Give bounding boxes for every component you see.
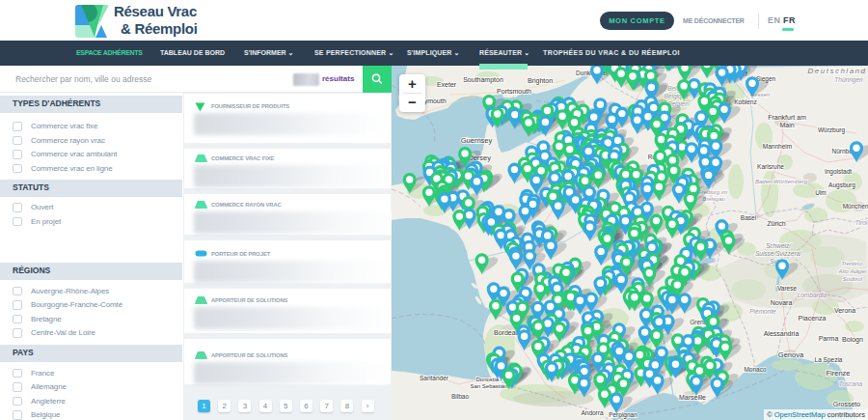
- svg-text:Andorra: Andorra: [581, 409, 604, 416]
- svg-text:Tirol: Tirol: [855, 219, 868, 226]
- svg-text:Würzburg: Würzburg: [818, 126, 846, 134]
- svg-text:Frankfurt am: Frankfurt am: [768, 114, 806, 121]
- svg-text:Ulm: Ulm: [815, 189, 827, 196]
- svg-text:Marseille: Marseille: [679, 394, 706, 401]
- svg-text:Alto Adige/: Alto Adige/: [838, 268, 868, 274]
- svg-text:Karlsruhe: Karlsruhe: [757, 163, 784, 170]
- svg-text:Santander: Santander: [420, 375, 449, 381]
- svg-text:Südtirol: Südtirol: [843, 276, 863, 282]
- svg-text:Bologn: Bologn: [842, 336, 863, 344]
- svg-text:Lombardia: Lombardia: [798, 292, 827, 298]
- svg-text:Guernsey: Guernsey: [461, 136, 493, 145]
- svg-text:Baden-Württemberg: Baden-Württemberg: [755, 179, 808, 184]
- svg-text:Suisse/Svizzera/: Suisse/Svizzera/: [755, 250, 802, 257]
- svg-text:Zürich: Zürich: [767, 220, 786, 227]
- svg-text:Piemonte: Piemonte: [749, 308, 776, 315]
- svg-text:Perpignan: Perpignan: [609, 411, 637, 419]
- svg-text:Ingolstadt: Ingolstadt: [825, 168, 852, 176]
- svg-text:Varese: Varese: [777, 285, 797, 292]
- svg-text:Main: Main: [779, 122, 794, 128]
- svg-text:Portsmouth: Portsmouth: [497, 88, 531, 95]
- svg-text:Monaco: Monaco: [744, 366, 767, 373]
- svg-text:Brighton: Brighton: [528, 77, 553, 85]
- svg-text:Exeter: Exeter: [437, 81, 457, 88]
- svg-text:Novara: Novara: [771, 299, 793, 306]
- svg-text:San Sebastián: San Sebastián: [470, 383, 507, 389]
- svg-text:La Spezia: La Spezia: [815, 356, 843, 364]
- svg-text:Grosseto: Grosseto: [833, 401, 861, 407]
- svg-text:Toscana: Toscana: [839, 380, 863, 387]
- svg-text:Basel: Basel: [741, 214, 757, 221]
- svg-text:Augsburg: Augsburg: [828, 182, 855, 189]
- svg-text:Bilbao: Bilbao: [451, 393, 469, 400]
- svg-text:München: München: [843, 203, 868, 210]
- svg-text:Koblenz: Koblenz: [734, 98, 757, 105]
- svg-text:Mannheim: Mannheim: [763, 143, 792, 150]
- svg-text:Firenze: Firenze: [826, 369, 850, 378]
- svg-text:Alessandria: Alessandria: [764, 330, 800, 337]
- svg-text:Genova: Genova: [778, 350, 804, 359]
- svg-text:Parma: Parma: [819, 335, 839, 342]
- svg-text:Trentino-: Trentino-: [841, 261, 864, 266]
- svg-text:Southampton: Southampton: [463, 76, 503, 84]
- svg-text:Schweiz/: Schweiz/: [766, 242, 792, 249]
- svg-text:Verona: Verona: [834, 307, 855, 314]
- svg-text:Piacenza: Piacenza: [799, 315, 827, 322]
- svg-text:Thüringen: Thüringen: [834, 76, 863, 84]
- svg-text:Deutschland: Deutschland: [808, 67, 867, 75]
